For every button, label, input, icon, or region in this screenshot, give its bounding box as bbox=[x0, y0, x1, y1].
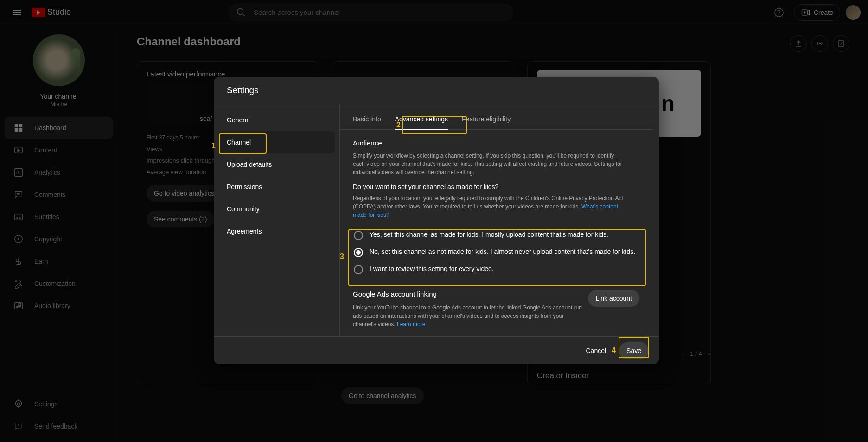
ads-desc: Link your YouTube channel to a Google Ad… bbox=[353, 303, 588, 328]
modal-title: Settings bbox=[227, 85, 646, 95]
radio-icon bbox=[354, 231, 363, 240]
audience-desc: Simplify your workflow by selecting a ch… bbox=[353, 152, 624, 177]
ads-title: Google Ads account linking bbox=[353, 290, 588, 298]
radio-label: No, set this channel as not made for kid… bbox=[370, 247, 635, 257]
modal-sidebar: General Channel Upload defaults Permissi… bbox=[214, 104, 340, 336]
audience-radio-group: Yes, set this channel as made for kids. … bbox=[353, 224, 639, 281]
radio-icon bbox=[354, 248, 363, 257]
hl-num-2: 2 bbox=[396, 121, 401, 129]
link-account-button[interactable]: Link account bbox=[588, 290, 639, 307]
radio-kids-review[interactable]: I want to review this setting for every … bbox=[353, 261, 639, 278]
radio-kids-yes[interactable]: Yes, set this channel as made for kids. … bbox=[353, 227, 639, 244]
hl-num-4: 4 bbox=[612, 347, 616, 355]
tab-advanced-settings[interactable]: Advanced settings bbox=[395, 115, 448, 129]
modal-content[interactable]: Basic info Advanced settings Feature eli… bbox=[340, 104, 659, 336]
audience-legal: Regardless of your location, you're lega… bbox=[353, 194, 631, 219]
setting-item-upload[interactable]: Upload defaults bbox=[218, 153, 335, 176]
radio-label: Yes, set this channel as made for kids. … bbox=[370, 230, 608, 240]
setting-item-channel[interactable]: Channel bbox=[218, 131, 335, 153]
modal-body: General Channel Upload defaults Permissi… bbox=[214, 104, 659, 336]
setting-item-general[interactable]: General bbox=[218, 109, 335, 131]
hl-num-3: 3 bbox=[340, 253, 344, 261]
modal-footer: Cancel Save bbox=[214, 336, 659, 364]
hl-num-1: 1 bbox=[211, 142, 216, 150]
audience-title: Audience bbox=[353, 139, 639, 147]
radio-kids-no[interactable]: No, set this channel as not made for kid… bbox=[353, 244, 639, 261]
tabs: Basic info Advanced settings Feature eli… bbox=[340, 104, 652, 130]
setting-item-community[interactable]: Community bbox=[218, 198, 335, 220]
tab-feature-eligibility[interactable]: Feature eligibility bbox=[462, 115, 511, 129]
tab-basic-info[interactable]: Basic info bbox=[353, 115, 381, 129]
ads-section: Google Ads account linking Link your You… bbox=[353, 290, 639, 328]
setting-item-permissions[interactable]: Permissions bbox=[218, 176, 335, 198]
setting-item-agreements[interactable]: Agreements bbox=[218, 220, 335, 242]
learn-more-link[interactable]: Learn more bbox=[397, 321, 425, 328]
radio-icon bbox=[354, 265, 363, 274]
modal-header: Settings bbox=[214, 77, 659, 104]
radio-label: I want to review this setting for every … bbox=[370, 265, 494, 274]
audience-section: Audience Simplify your workflow by selec… bbox=[340, 130, 652, 336]
settings-modal: Settings General Channel Upload defaults… bbox=[214, 77, 659, 364]
audience-question: Do you want to set your channel as made … bbox=[353, 183, 639, 190]
save-button[interactable]: Save bbox=[619, 342, 649, 359]
cancel-button[interactable]: Cancel bbox=[578, 342, 613, 359]
